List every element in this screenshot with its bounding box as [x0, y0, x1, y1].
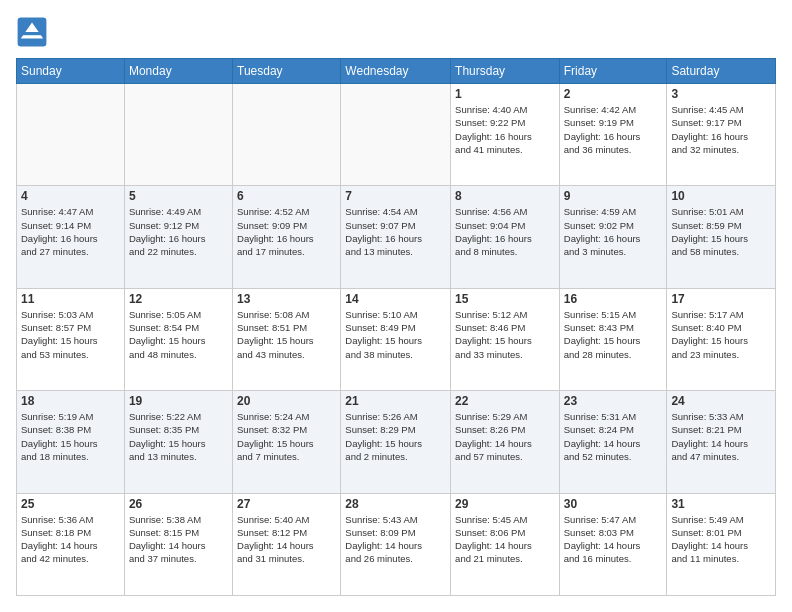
weekday-thursday: Thursday — [451, 59, 560, 84]
day-info: Sunrise: 5:45 AM Sunset: 8:06 PM Dayligh… — [455, 513, 555, 566]
day-number: 3 — [671, 87, 771, 101]
calendar-cell: 9Sunrise: 4:59 AM Sunset: 9:02 PM Daylig… — [559, 186, 667, 288]
day-info: Sunrise: 4:40 AM Sunset: 9:22 PM Dayligh… — [455, 103, 555, 156]
calendar-cell: 23Sunrise: 5:31 AM Sunset: 8:24 PM Dayli… — [559, 391, 667, 493]
day-info: Sunrise: 5:08 AM Sunset: 8:51 PM Dayligh… — [237, 308, 336, 361]
day-info: Sunrise: 5:49 AM Sunset: 8:01 PM Dayligh… — [671, 513, 771, 566]
day-number: 24 — [671, 394, 771, 408]
day-info: Sunrise: 5:26 AM Sunset: 8:29 PM Dayligh… — [345, 410, 446, 463]
day-number: 7 — [345, 189, 446, 203]
day-number: 31 — [671, 497, 771, 511]
day-info: Sunrise: 5:33 AM Sunset: 8:21 PM Dayligh… — [671, 410, 771, 463]
day-info: Sunrise: 5:31 AM Sunset: 8:24 PM Dayligh… — [564, 410, 663, 463]
calendar-cell: 13Sunrise: 5:08 AM Sunset: 8:51 PM Dayli… — [233, 288, 341, 390]
day-info: Sunrise: 5:40 AM Sunset: 8:12 PM Dayligh… — [237, 513, 336, 566]
calendar-cell: 27Sunrise: 5:40 AM Sunset: 8:12 PM Dayli… — [233, 493, 341, 595]
calendar-cell: 2Sunrise: 4:42 AM Sunset: 9:19 PM Daylig… — [559, 84, 667, 186]
day-number: 17 — [671, 292, 771, 306]
calendar-cell: 6Sunrise: 4:52 AM Sunset: 9:09 PM Daylig… — [233, 186, 341, 288]
calendar-cell: 16Sunrise: 5:15 AM Sunset: 8:43 PM Dayli… — [559, 288, 667, 390]
day-info: Sunrise: 4:49 AM Sunset: 9:12 PM Dayligh… — [129, 205, 228, 258]
day-info: Sunrise: 4:59 AM Sunset: 9:02 PM Dayligh… — [564, 205, 663, 258]
calendar-cell: 20Sunrise: 5:24 AM Sunset: 8:32 PM Dayli… — [233, 391, 341, 493]
weekday-saturday: Saturday — [667, 59, 776, 84]
day-info: Sunrise: 5:10 AM Sunset: 8:49 PM Dayligh… — [345, 308, 446, 361]
day-info: Sunrise: 5:01 AM Sunset: 8:59 PM Dayligh… — [671, 205, 771, 258]
day-info: Sunrise: 5:12 AM Sunset: 8:46 PM Dayligh… — [455, 308, 555, 361]
day-number: 6 — [237, 189, 336, 203]
day-number: 11 — [21, 292, 120, 306]
day-number: 21 — [345, 394, 446, 408]
calendar-cell: 22Sunrise: 5:29 AM Sunset: 8:26 PM Dayli… — [451, 391, 560, 493]
day-info: Sunrise: 4:56 AM Sunset: 9:04 PM Dayligh… — [455, 205, 555, 258]
week-row-5: 25Sunrise: 5:36 AM Sunset: 8:18 PM Dayli… — [17, 493, 776, 595]
calendar-cell: 21Sunrise: 5:26 AM Sunset: 8:29 PM Dayli… — [341, 391, 451, 493]
calendar-cell — [341, 84, 451, 186]
calendar-cell: 14Sunrise: 5:10 AM Sunset: 8:49 PM Dayli… — [341, 288, 451, 390]
calendar-cell: 7Sunrise: 4:54 AM Sunset: 9:07 PM Daylig… — [341, 186, 451, 288]
day-number: 19 — [129, 394, 228, 408]
day-number: 9 — [564, 189, 663, 203]
day-number: 27 — [237, 497, 336, 511]
day-number: 25 — [21, 497, 120, 511]
calendar-cell: 18Sunrise: 5:19 AM Sunset: 8:38 PM Dayli… — [17, 391, 125, 493]
day-number: 12 — [129, 292, 228, 306]
day-info: Sunrise: 4:52 AM Sunset: 9:09 PM Dayligh… — [237, 205, 336, 258]
day-info: Sunrise: 5:47 AM Sunset: 8:03 PM Dayligh… — [564, 513, 663, 566]
weekday-wednesday: Wednesday — [341, 59, 451, 84]
day-info: Sunrise: 5:29 AM Sunset: 8:26 PM Dayligh… — [455, 410, 555, 463]
logo — [16, 16, 52, 48]
day-info: Sunrise: 5:05 AM Sunset: 8:54 PM Dayligh… — [129, 308, 228, 361]
week-row-1: 1Sunrise: 4:40 AM Sunset: 9:22 PM Daylig… — [17, 84, 776, 186]
weekday-monday: Monday — [124, 59, 232, 84]
day-number: 8 — [455, 189, 555, 203]
weekday-sunday: Sunday — [17, 59, 125, 84]
calendar-cell: 29Sunrise: 5:45 AM Sunset: 8:06 PM Dayli… — [451, 493, 560, 595]
week-row-3: 11Sunrise: 5:03 AM Sunset: 8:57 PM Dayli… — [17, 288, 776, 390]
weekday-friday: Friday — [559, 59, 667, 84]
day-info: Sunrise: 5:38 AM Sunset: 8:15 PM Dayligh… — [129, 513, 228, 566]
day-number: 22 — [455, 394, 555, 408]
calendar-cell: 8Sunrise: 4:56 AM Sunset: 9:04 PM Daylig… — [451, 186, 560, 288]
day-info: Sunrise: 4:42 AM Sunset: 9:19 PM Dayligh… — [564, 103, 663, 156]
day-number: 15 — [455, 292, 555, 306]
day-info: Sunrise: 5:43 AM Sunset: 8:09 PM Dayligh… — [345, 513, 446, 566]
logo-icon — [16, 16, 48, 48]
calendar-cell: 26Sunrise: 5:38 AM Sunset: 8:15 PM Dayli… — [124, 493, 232, 595]
day-number: 18 — [21, 394, 120, 408]
calendar-cell — [233, 84, 341, 186]
day-info: Sunrise: 5:36 AM Sunset: 8:18 PM Dayligh… — [21, 513, 120, 566]
day-info: Sunrise: 4:45 AM Sunset: 9:17 PM Dayligh… — [671, 103, 771, 156]
day-number: 30 — [564, 497, 663, 511]
day-info: Sunrise: 5:15 AM Sunset: 8:43 PM Dayligh… — [564, 308, 663, 361]
day-number: 26 — [129, 497, 228, 511]
calendar-cell: 5Sunrise: 4:49 AM Sunset: 9:12 PM Daylig… — [124, 186, 232, 288]
day-info: Sunrise: 5:22 AM Sunset: 8:35 PM Dayligh… — [129, 410, 228, 463]
svg-rect-2 — [22, 32, 41, 35]
weekday-tuesday: Tuesday — [233, 59, 341, 84]
calendar-cell: 31Sunrise: 5:49 AM Sunset: 8:01 PM Dayli… — [667, 493, 776, 595]
calendar-cell: 15Sunrise: 5:12 AM Sunset: 8:46 PM Dayli… — [451, 288, 560, 390]
day-number: 10 — [671, 189, 771, 203]
day-info: Sunrise: 5:19 AM Sunset: 8:38 PM Dayligh… — [21, 410, 120, 463]
day-number: 28 — [345, 497, 446, 511]
calendar-cell — [124, 84, 232, 186]
calendar-cell: 30Sunrise: 5:47 AM Sunset: 8:03 PM Dayli… — [559, 493, 667, 595]
day-number: 23 — [564, 394, 663, 408]
calendar-cell: 17Sunrise: 5:17 AM Sunset: 8:40 PM Dayli… — [667, 288, 776, 390]
calendar-cell: 19Sunrise: 5:22 AM Sunset: 8:35 PM Dayli… — [124, 391, 232, 493]
week-row-2: 4Sunrise: 4:47 AM Sunset: 9:14 PM Daylig… — [17, 186, 776, 288]
day-info: Sunrise: 5:17 AM Sunset: 8:40 PM Dayligh… — [671, 308, 771, 361]
day-info: Sunrise: 4:47 AM Sunset: 9:14 PM Dayligh… — [21, 205, 120, 258]
page: SundayMondayTuesdayWednesdayThursdayFrid… — [0, 0, 792, 612]
day-number: 2 — [564, 87, 663, 101]
calendar-cell: 24Sunrise: 5:33 AM Sunset: 8:21 PM Dayli… — [667, 391, 776, 493]
day-number: 1 — [455, 87, 555, 101]
day-number: 14 — [345, 292, 446, 306]
calendar-cell — [17, 84, 125, 186]
day-number: 5 — [129, 189, 228, 203]
calendar-cell: 3Sunrise: 4:45 AM Sunset: 9:17 PM Daylig… — [667, 84, 776, 186]
day-info: Sunrise: 4:54 AM Sunset: 9:07 PM Dayligh… — [345, 205, 446, 258]
calendar-cell: 11Sunrise: 5:03 AM Sunset: 8:57 PM Dayli… — [17, 288, 125, 390]
day-number: 13 — [237, 292, 336, 306]
